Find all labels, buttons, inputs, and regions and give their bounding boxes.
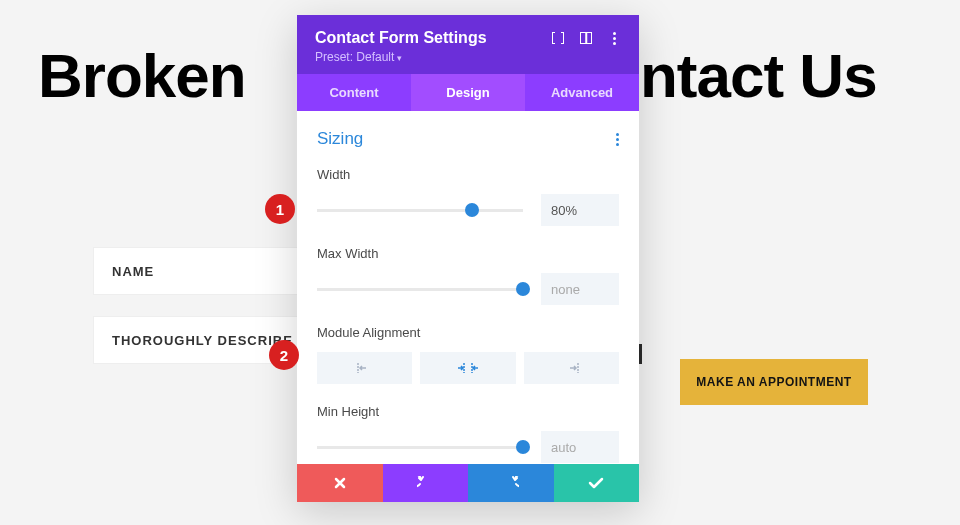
max-width-label: Max Width [317, 246, 619, 261]
preset-dropdown[interactable]: Preset: Default [315, 50, 621, 64]
cancel-button[interactable] [297, 464, 383, 502]
max-width-value-input[interactable]: none [541, 273, 619, 305]
kebab-menu-icon[interactable] [607, 31, 621, 45]
max-width-slider-thumb[interactable] [516, 282, 530, 296]
width-control: Width 80% [317, 167, 619, 226]
min-height-slider[interactable] [317, 446, 523, 449]
hero-title-right: ntact Us [640, 40, 877, 111]
redo-button[interactable] [468, 464, 554, 502]
modal-header: Contact Form Settings Preset: Default [297, 15, 639, 74]
width-slider-thumb[interactable] [465, 203, 479, 217]
settings-modal: Contact Form Settings Preset: Default Co… [297, 15, 639, 502]
width-slider[interactable] [317, 209, 523, 212]
appointment-button-label: MAKE AN APPOINTMENT [696, 375, 851, 389]
align-left-button[interactable] [317, 352, 412, 384]
confirm-button[interactable] [554, 464, 640, 502]
min-height-label: Min Height [317, 404, 619, 419]
min-height-control: Min Height auto [317, 404, 619, 463]
min-height-slider-thumb[interactable] [516, 440, 530, 454]
align-center-button[interactable] [420, 352, 515, 384]
make-appointment-button[interactable]: MAKE AN APPOINTMENT [680, 359, 868, 405]
width-value-input[interactable]: 80% [541, 194, 619, 226]
min-height-value-input[interactable]: auto [541, 431, 619, 463]
modal-title: Contact Form Settings [315, 29, 487, 47]
expand-icon[interactable] [551, 31, 565, 45]
width-label: Width [317, 167, 619, 182]
align-right-button[interactable] [524, 352, 619, 384]
hero-title-left: Broken [38, 40, 246, 111]
section-menu-icon[interactable] [616, 133, 619, 146]
alignment-control: Module Alignment [317, 325, 619, 384]
name-field-label: NAME [112, 264, 154, 279]
modal-footer [297, 464, 639, 502]
callout-1: 1 [265, 194, 295, 224]
columns-icon[interactable] [579, 31, 593, 45]
modal-tabs: Content Design Advanced [297, 74, 639, 111]
tab-design[interactable]: Design [411, 74, 525, 111]
section-title[interactable]: Sizing [317, 129, 363, 149]
tab-content[interactable]: Content [297, 74, 411, 111]
undo-button[interactable] [383, 464, 469, 502]
describe-field-label: THOROUGHLY DESCRIBE [112, 333, 293, 348]
max-width-slider[interactable] [317, 288, 523, 291]
callout-2: 2 [269, 340, 299, 370]
tab-advanced[interactable]: Advanced [525, 74, 639, 111]
modal-body: Sizing Width 80% Max Width none Module A [297, 111, 639, 464]
alignment-label: Module Alignment [317, 325, 619, 340]
max-width-control: Max Width none [317, 246, 619, 305]
